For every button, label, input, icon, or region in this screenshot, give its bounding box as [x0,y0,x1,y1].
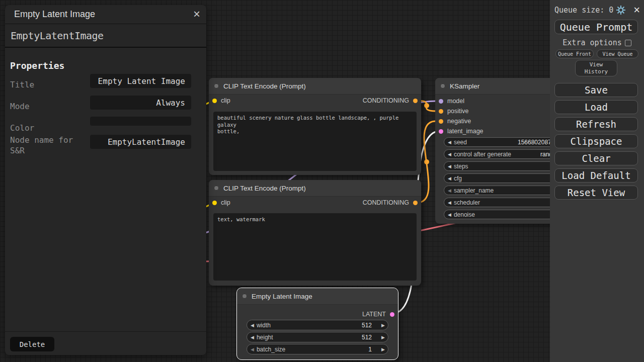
decrement-arrow-icon[interactable]: ◀ [444,164,454,169]
collapse-dot-icon[interactable] [440,83,445,88]
node-clip-text-encode-positive[interactable]: CLIP Text Encode (Prompt) clip CONDITION… [209,78,421,175]
widget-label: steps [454,163,468,170]
output-slot-latent[interactable]: LATENT [362,311,394,318]
view-queue-button[interactable]: View Queue [597,49,638,58]
queue-prompt-button[interactable]: Queue Prompt [554,20,638,34]
field-label-title: Title [10,79,88,90]
widget-height[interactable]: ◀ height 512 ▶ [247,332,388,342]
node-header[interactable]: CLIP Text Encode (Prompt) [209,180,421,197]
input-slot-clip[interactable]: clip [212,199,230,206]
settings-gear-icon[interactable] [616,6,625,15]
input-slot-latent-image[interactable]: latent_image [435,126,484,136]
widget-batch-size[interactable]: ◀ batch_size 1 ▶ [247,344,388,354]
node-name-field[interactable]: EmptyLatentImage [90,135,191,149]
queue-size-label: Queue size: 0 [554,6,613,15]
node-clip-text-encode-negative[interactable]: CLIP Text Encode (Prompt) clip CONDITION… [209,180,421,286]
divider [5,331,206,332]
extra-options-label: Extra options [562,38,621,47]
prompt-textarea[interactable]: text, watermark [213,213,417,281]
mode-field-value: Always [156,98,185,108]
node-header[interactable]: Empty Latent Image [237,288,398,305]
panel-title: Empty Latent Image [14,9,95,20]
decrement-arrow-icon[interactable]: ◀ [444,140,454,145]
widget-value[interactable]: 512 [362,322,372,329]
link-midpoint-dot [424,159,429,164]
decrement-arrow-icon[interactable]: ◀ [444,152,454,157]
title-field[interactable]: Empty Latent Image [90,74,191,88]
link-midpoint-dot [424,103,429,108]
decrement-arrow-icon[interactable]: ◀ [444,176,454,181]
latent-slot-icon[interactable] [390,312,394,317]
title-field-value: Empty Latent Image [98,76,185,86]
close-icon[interactable]: × [193,7,200,21]
collapse-dot-icon[interactable] [242,294,247,299]
latent-slot-icon[interactable] [439,129,443,134]
clip-slot-icon[interactable] [212,201,217,205]
save-button[interactable]: Save [554,83,638,97]
node-header[interactable]: CLIP Text Encode (Prompt) [209,78,421,95]
widget-value[interactable]: 1 [368,346,372,353]
increment-arrow-icon[interactable]: ▶ [381,323,385,328]
queue-front-button[interactable]: Queue Front [555,49,594,58]
clip-slot-icon[interactable] [212,99,217,103]
decrement-arrow-icon[interactable]: ◀ [444,188,454,193]
node-title: KSampler [450,82,479,90]
input-slot-positive[interactable]: positive [435,106,484,116]
field-label-mode: Mode [10,101,88,112]
collapse-dot-icon[interactable] [214,83,219,88]
clipspace-button[interactable]: Clipspace [554,134,638,148]
decrement-arrow-icon[interactable]: ◀ [247,323,257,328]
close-menu-icon[interactable]: × [633,5,640,16]
view-history-button[interactable]: View History [575,60,617,76]
widget-label: scheduler [454,199,480,206]
clear-button[interactable]: Clear [554,151,638,165]
decrement-arrow-icon[interactable]: ◀ [247,347,257,352]
widget-value[interactable]: 512 [362,334,372,341]
node-empty-latent-image[interactable]: Empty Latent Image LATENT ◀ width 512 ▶ … [236,288,398,360]
widget-label: height [257,334,273,341]
input-slot-label: clip [221,97,230,104]
field-label-node-name: Node name for S&R [10,135,88,156]
input-slot-label: model [447,98,464,105]
node-name-field-value: EmptyLatentImage [108,137,185,147]
input-slot-clip[interactable]: clip [212,97,230,104]
conditioning-slot-icon[interactable] [439,109,443,114]
collapse-dot-icon[interactable] [214,186,219,191]
widget-width[interactable]: ◀ width 512 ▶ [247,320,388,330]
reset-view-button[interactable]: Reset View [554,186,638,200]
widget-label: sampler_name [454,187,494,194]
model-slot-icon[interactable] [439,99,443,104]
decrement-arrow-icon[interactable]: ◀ [247,335,257,340]
output-slot-label: LATENT [362,311,386,318]
output-slot-conditioning[interactable]: CONDITIONING [363,199,418,206]
conditioning-slot-icon[interactable] [413,201,418,205]
widget-label: cfg [454,175,462,182]
output-slot-conditioning[interactable]: CONDITIONING [363,97,418,104]
conditioning-slot-icon[interactable] [413,99,418,103]
extra-options-checkbox[interactable] [625,40,631,46]
node-properties-panel: Empty Latent Image × EmptyLatentImage Pr… [5,5,206,355]
delete-button[interactable]: Delete [10,337,54,351]
load-button[interactable]: Load [554,100,638,114]
mode-field[interactable]: Always [90,96,191,110]
input-slot-label: positive [447,108,468,115]
increment-arrow-icon[interactable]: ▶ [381,347,385,352]
refresh-button[interactable]: Refresh [554,117,638,131]
prompt-textarea[interactable]: beautiful scenery nature glass bottle la… [213,112,417,171]
color-field[interactable] [90,117,191,126]
input-slot-model[interactable]: model [435,96,484,106]
conditioning-slot-icon[interactable] [439,119,443,124]
decrement-arrow-icon[interactable]: ◀ [444,212,454,217]
widget-label: batch_size [257,346,285,353]
output-slot-label: CONDITIONING [363,97,409,104]
input-slot-negative[interactable]: negative [435,116,484,126]
node-title: CLIP Text Encode (Prompt) [223,185,306,192]
load-default-button[interactable]: Load Default [554,168,638,183]
widget-value[interactable]: 1566802087 [518,139,551,146]
increment-arrow-icon[interactable]: ▶ [381,335,385,340]
widget-label: seed [454,139,467,146]
node-title: Empty Latent Image [252,293,312,300]
input-slot-label: clip [221,199,230,206]
decrement-arrow-icon[interactable]: ◀ [444,200,454,205]
properties-section-title: Properties [10,60,64,71]
